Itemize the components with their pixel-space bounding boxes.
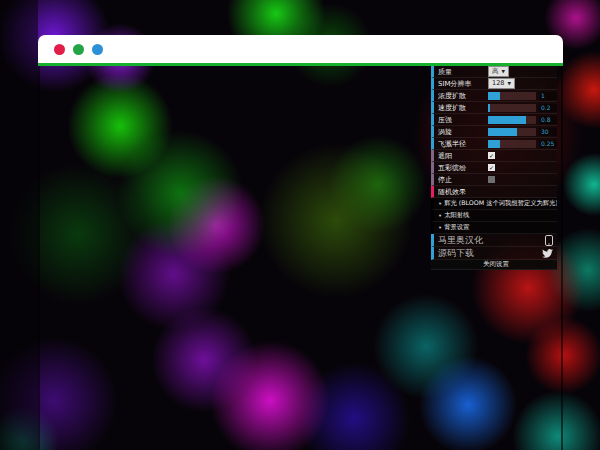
slider-fill: [488, 116, 526, 124]
slider-fill: [488, 140, 500, 148]
chevron-down-icon: ▼: [502, 67, 505, 76]
desktop-background-shade: [0, 0, 38, 450]
shading-row: 遮阳 ✓: [431, 150, 557, 162]
sim-resolution-select-value: 128: [492, 79, 504, 88]
localization-credit-label: 马里奥汉化: [438, 234, 545, 247]
paused-label: 停止: [438, 175, 488, 185]
pressure-value[interactable]: 0.8: [539, 116, 557, 124]
pressure-label: 压强: [438, 115, 488, 125]
curl-label: 涡旋: [438, 127, 488, 137]
folder-bullet-icon: •: [438, 200, 442, 208]
colorful-checkbox[interactable]: ✓: [488, 164, 495, 171]
window-minimize-dot[interactable]: [73, 44, 84, 55]
slider-fill: [488, 104, 490, 112]
sunrays-folder-label: 太阳射线: [444, 211, 469, 220]
random-splats-button[interactable]: 随机效果: [431, 186, 557, 198]
background-settings-folder[interactable]: • 背景设置: [431, 222, 557, 234]
mobile-phone-icon: [545, 235, 553, 246]
quality-row: 质量 高 ▼: [431, 66, 557, 78]
paused-row: 停止: [431, 174, 557, 186]
pressure-slider[interactable]: [488, 116, 536, 124]
window-close-dot[interactable]: [54, 44, 65, 55]
sim-resolution-select[interactable]: 128 ▼: [488, 78, 515, 89]
twitter-icon: [542, 249, 553, 258]
splat-radius-row: 飞溅半径 0.25: [431, 138, 557, 150]
pressure-row: 压强 0.8: [431, 114, 557, 126]
sunrays-folder[interactable]: • 太阳射线: [431, 210, 557, 222]
sim-resolution-label: SIM分辨率: [438, 79, 488, 89]
sim-resolution-row: SIM分辨率 128 ▼: [431, 78, 557, 90]
curl-slider[interactable]: [488, 128, 536, 136]
curl-row: 涡旋 30: [431, 126, 557, 138]
close-settings-label: 关闭设置: [483, 260, 509, 269]
browser-window: 质量 高 ▼ SIM分辨率 128 ▼ 浓度扩散 1: [38, 35, 563, 450]
close-settings-button[interactable]: 关闭设置: [431, 260, 557, 270]
colorful-label: 五彩缤纷: [438, 163, 488, 173]
bloom-folder-label: 辉光 (BLOOM 这个词我想暂定义为辉光): [444, 199, 557, 208]
velocity-diffusion-slider[interactable]: [488, 104, 536, 112]
velocity-diffusion-row: 速度扩散 0.2: [431, 102, 557, 114]
velocity-diffusion-label: 速度扩散: [438, 103, 488, 113]
slider-fill: [488, 92, 500, 100]
background-settings-folder-label: 背景设置: [444, 223, 469, 232]
quality-select[interactable]: 高 ▼: [488, 66, 509, 77]
quality-select-value: 高: [492, 67, 499, 76]
density-diffusion-label: 浓度扩散: [438, 91, 488, 101]
curl-value[interactable]: 30: [539, 128, 557, 136]
slider-fill: [488, 128, 517, 136]
random-splats-label: 随机效果: [438, 187, 466, 197]
shading-checkbox[interactable]: ✓: [488, 152, 495, 159]
velocity-diffusion-value[interactable]: 0.2: [539, 104, 557, 112]
bloom-folder[interactable]: • 辉光 (BLOOM 这个词我想暂定义为辉光): [431, 198, 557, 210]
colorful-row: 五彩缤纷 ✓: [431, 162, 557, 174]
localization-credit-link[interactable]: 马里奥汉化: [431, 234, 557, 247]
source-download-link[interactable]: 源码下载: [431, 247, 557, 260]
chevron-down-icon: ▼: [507, 79, 510, 88]
window-maximize-dot[interactable]: [92, 44, 103, 55]
source-download-label: 源码下载: [438, 247, 542, 260]
settings-panel: 质量 高 ▼ SIM分辨率 128 ▼ 浓度扩散 1: [431, 66, 557, 270]
shading-label: 遮阳: [438, 151, 488, 161]
folder-bullet-icon: •: [438, 224, 442, 232]
density-diffusion-row: 浓度扩散 1: [431, 90, 557, 102]
density-diffusion-slider[interactable]: [488, 92, 536, 100]
splat-radius-value[interactable]: 0.25: [539, 140, 557, 148]
splat-radius-label: 飞溅半径: [438, 139, 488, 149]
density-diffusion-value[interactable]: 1: [539, 92, 557, 100]
splat-radius-slider[interactable]: [488, 140, 536, 148]
paused-checkbox[interactable]: [488, 176, 495, 183]
quality-label: 质量: [438, 67, 488, 77]
window-content: 质量 高 ▼ SIM分辨率 128 ▼ 浓度扩散 1: [38, 66, 563, 450]
folder-bullet-icon: •: [438, 212, 442, 220]
window-titlebar: [38, 35, 563, 63]
